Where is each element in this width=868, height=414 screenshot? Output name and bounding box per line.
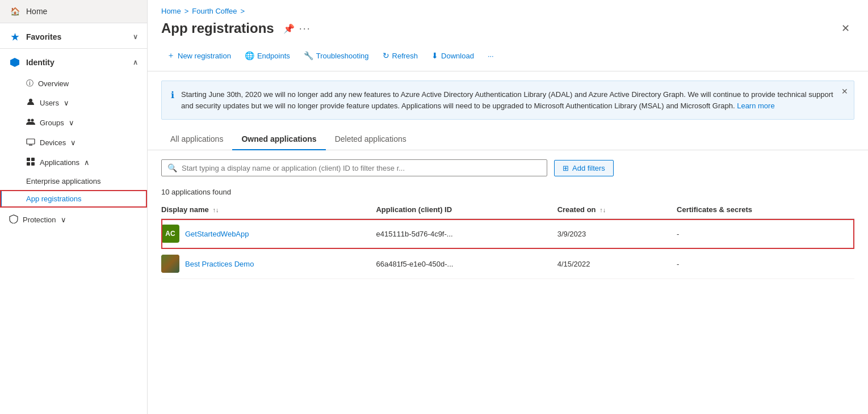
new-registration-button[interactable]: ＋ New registration bbox=[161, 47, 237, 64]
svg-point-2 bbox=[28, 119, 31, 122]
sidebar-item-overview[interactable]: ⓘ Overview bbox=[0, 74, 147, 93]
sidebar-favorites-label: Favorites bbox=[26, 32, 61, 41]
sidebar-enterprise-apps-label: Enterprise applications bbox=[26, 177, 101, 185]
breadcrumb-sep2: > bbox=[241, 7, 245, 15]
identity-chevron: ∧ bbox=[133, 58, 138, 66]
endpoints-button[interactable]: 🌐 Endpoints bbox=[239, 48, 296, 64]
sidebar-groups-label: Groups bbox=[40, 119, 64, 127]
svg-rect-7 bbox=[31, 158, 35, 161]
applications-table: Display name ↑↓ Application (client) ID … bbox=[161, 201, 854, 279]
app-name-cell: Best Practices Demo bbox=[161, 249, 376, 279]
sidebar-item-enterprise-apps[interactable]: Enterprise applications bbox=[0, 172, 147, 190]
certs-cell: - bbox=[677, 219, 854, 249]
app-name-cell: AC GetStartedWebApp bbox=[161, 219, 376, 249]
info-icon: ℹ bbox=[171, 90, 174, 100]
sidebar-item-users[interactable]: Users ∨ bbox=[0, 93, 147, 113]
svg-rect-9 bbox=[31, 162, 35, 166]
identity-icon bbox=[9, 57, 20, 68]
sidebar-item-devices[interactable]: Devices ∨ bbox=[0, 133, 147, 153]
learn-more-link[interactable]: Learn more bbox=[737, 102, 774, 110]
sidebar-overview-label: Overview bbox=[38, 79, 69, 88]
breadcrumb-sep1: > bbox=[184, 7, 189, 15]
groups-icon bbox=[26, 117, 35, 128]
app-avatar: AC bbox=[161, 225, 179, 243]
groups-chevron: ∨ bbox=[69, 119, 74, 127]
search-input[interactable] bbox=[182, 164, 541, 172]
users-icon bbox=[26, 98, 35, 108]
sort-created-on-icon[interactable]: ↑↓ bbox=[599, 206, 606, 213]
svg-point-3 bbox=[31, 119, 34, 122]
pin-icon[interactable]: 📌 bbox=[283, 23, 295, 34]
sidebar: 🏠 Home ★ Favorites ∨ Identity ∧ ⓘ Overvi… bbox=[0, 0, 148, 414]
close-banner-button[interactable]: ✕ bbox=[841, 87, 848, 96]
table-header-row: Display name ↑↓ Application (client) ID … bbox=[161, 201, 854, 219]
download-icon: ⬇ bbox=[431, 51, 438, 60]
protection-chevron: ∨ bbox=[61, 216, 66, 224]
page-ellipsis-icon[interactable]: ··· bbox=[299, 23, 311, 35]
devices-chevron: ∨ bbox=[70, 138, 76, 147]
col-created-on: Created on ↑↓ bbox=[557, 201, 677, 219]
table-row: AC GetStartedWebApp e415111b-5d76-4c9f-.… bbox=[161, 219, 854, 249]
globe-icon: 🌐 bbox=[245, 51, 254, 60]
svg-rect-8 bbox=[27, 162, 30, 166]
svg-rect-6 bbox=[27, 158, 30, 161]
app-avatar bbox=[161, 255, 179, 273]
sidebar-item-home[interactable]: 🏠 Home bbox=[0, 0, 147, 23]
col-client-id: Application (client) ID bbox=[376, 201, 557, 219]
page-header-actions: 📌 ··· bbox=[283, 23, 311, 35]
app-name-link[interactable]: GetStartedWebApp bbox=[185, 230, 249, 238]
plus-icon: ＋ bbox=[167, 50, 175, 61]
sidebar-item-groups[interactable]: Groups ∨ bbox=[0, 113, 147, 133]
applications-chevron: ∧ bbox=[84, 158, 90, 167]
devices-icon bbox=[26, 137, 35, 148]
sidebar-users-label: Users bbox=[40, 99, 59, 107]
sidebar-applications-label: Applications bbox=[40, 158, 79, 167]
protection-icon bbox=[9, 214, 18, 225]
sidebar-identity-label: Identity bbox=[26, 58, 54, 67]
app-name-link[interactable]: Best Practices Demo bbox=[185, 260, 254, 268]
toolbar: ＋ New registration 🌐 Endpoints 🔧 Trouble… bbox=[148, 44, 868, 71]
page-header: App registrations 📌 ··· ✕ bbox=[148, 18, 868, 44]
tab-deleted-applications[interactable]: Deleted applications bbox=[326, 129, 416, 150]
troubleshooting-button[interactable]: 🔧 Troubleshooting bbox=[298, 48, 375, 64]
svg-marker-0 bbox=[10, 58, 19, 67]
sidebar-item-app-registrations[interactable]: App registrations bbox=[0, 190, 147, 208]
col-certs: Certificates & secrets bbox=[677, 201, 854, 219]
table-row: Best Practices Demo 66a481f5-e1e0-450d-.… bbox=[161, 249, 854, 279]
download-button[interactable]: ⬇ Download bbox=[426, 48, 480, 64]
sidebar-item-identity[interactable]: Identity ∧ bbox=[0, 48, 147, 74]
close-button[interactable]: ✕ bbox=[837, 20, 854, 37]
info-banner: ℹ Starting June 30th, 2020 we will no lo… bbox=[161, 81, 854, 120]
breadcrumb-home[interactable]: Home bbox=[161, 7, 181, 15]
tabs: All applications Owned applications Dele… bbox=[148, 129, 868, 150]
sidebar-item-favorites[interactable]: ★ Favorites ∨ bbox=[0, 23, 147, 48]
created-on-cell: 4/15/2022 bbox=[557, 249, 677, 279]
sidebar-home-label: Home bbox=[26, 7, 47, 16]
tab-all-applications[interactable]: All applications bbox=[161, 129, 232, 150]
refresh-button[interactable]: ↻ Refresh bbox=[377, 48, 424, 64]
users-chevron: ∨ bbox=[64, 99, 69, 107]
page-title: App registrations bbox=[161, 20, 274, 36]
overview-icon: ⓘ bbox=[26, 78, 33, 88]
sidebar-item-applications[interactable]: Applications ∧ bbox=[0, 153, 147, 172]
toolbar-more-button[interactable]: ··· bbox=[482, 48, 500, 64]
main-content: Home > Fourth Coffee > App registrations… bbox=[148, 0, 868, 414]
favorites-chevron: ∨ bbox=[133, 33, 138, 41]
sort-display-name-icon[interactable]: ↑↓ bbox=[212, 206, 219, 213]
refresh-icon: ↻ bbox=[383, 51, 389, 60]
svg-rect-4 bbox=[27, 139, 35, 144]
sidebar-protection-label: Protection bbox=[23, 216, 56, 224]
sidebar-item-protection[interactable]: Protection ∨ bbox=[0, 210, 147, 230]
client-id-cell: 66a481f5-e1e0-450d-... bbox=[376, 249, 557, 279]
search-box[interactable]: 🔍 bbox=[161, 159, 547, 176]
svg-rect-5 bbox=[29, 145, 32, 146]
add-filters-button[interactable]: ⊞ Add filters bbox=[554, 160, 614, 176]
banner-text: Starting June 30th, 2020 we will no long… bbox=[181, 89, 845, 111]
filter-icon: ⊞ bbox=[563, 164, 569, 172]
filter-bar: 🔍 ⊞ Add filters bbox=[148, 150, 868, 181]
home-icon: 🏠 bbox=[9, 6, 20, 17]
breadcrumb-tenant[interactable]: Fourth Coffee bbox=[192, 7, 237, 15]
sidebar-devices-label: Devices bbox=[40, 138, 66, 147]
wrench-icon: 🔧 bbox=[304, 51, 313, 60]
tab-owned-applications[interactable]: Owned applications bbox=[232, 129, 325, 150]
